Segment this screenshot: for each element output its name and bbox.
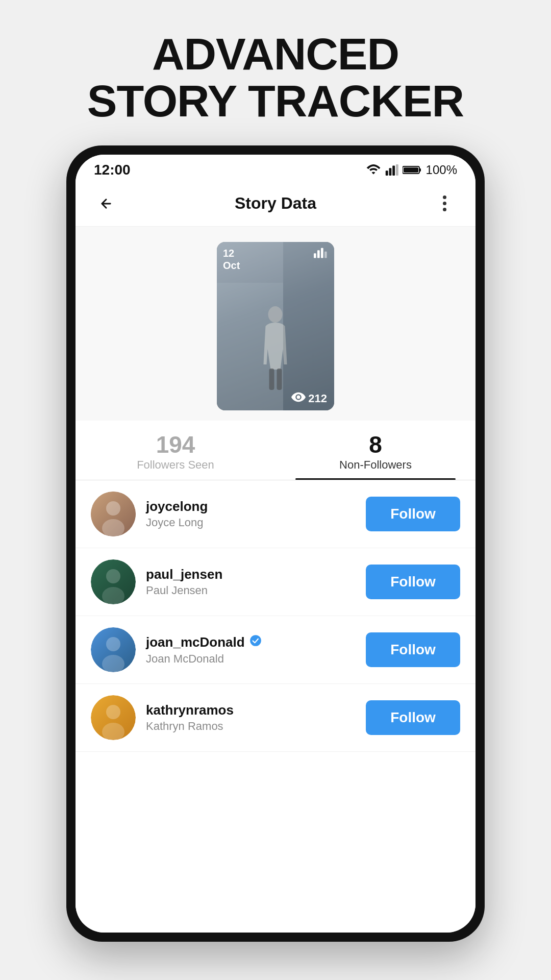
more-button[interactable] [430,188,460,219]
tab-non-followers[interactable]: 8 Non-Followers [276,421,475,480]
story-card[interactable]: 12 Oct [217,242,334,410]
svg-rect-11 [283,242,334,410]
wifi-icon [366,164,381,176]
eye-icon [291,392,306,405]
user-info: joan_mcDonald Joan McDonald [146,634,356,666]
username-row: kathrynramos [146,702,356,718]
avatar [91,627,136,672]
svg-rect-12 [217,283,283,410]
app-bar-title: Story Data [235,194,316,213]
svg-point-18 [106,501,120,516]
app-title: ADVANCED STORY TRACKER [87,31,464,125]
follow-button[interactable]: Follow [366,700,460,735]
app-bar: Story Data [76,183,475,227]
back-button[interactable] [91,188,121,219]
svg-point-26 [250,635,261,646]
username-row: paul_jensen [146,567,356,582]
svg-rect-0 [385,170,388,176]
svg-point-24 [106,637,120,651]
tab-active-indicator [295,478,456,480]
follow-button[interactable]: Follow [366,632,460,667]
svg-rect-5 [419,168,421,172]
list-item: kathrynramos Kathryn Ramos Follow [76,684,475,752]
story-views: 212 [291,392,327,405]
svg-point-21 [106,569,120,583]
username-row: joycelong [146,499,356,514]
avatar [91,492,136,536]
svg-rect-14 [317,250,320,258]
svg-rect-16 [324,251,327,258]
user-info: kathrynramos Kathryn Ramos [146,702,356,733]
battery-text: 100% [426,163,457,177]
page-title-area: ADVANCED STORY TRACKER [67,0,484,145]
tabs-row: 194 Followers Seen 8 Non-Followers [76,421,475,480]
story-stats-icon [314,247,328,261]
svg-rect-2 [392,165,395,176]
status-bar: 12:00 100% [76,155,475,183]
signal-icon [385,164,398,176]
svg-rect-13 [314,253,316,258]
phone-inner: 12:00 100% [76,155,475,933]
svg-rect-1 [389,168,391,176]
svg-rect-3 [396,164,398,176]
verified-badge [249,634,262,651]
story-area: 12 Oct [76,227,475,421]
user-info: paul_jensen Paul Jensen [146,567,356,597]
tabs-section: 194 Followers Seen 8 Non-Followers [76,421,475,480]
avatar [91,695,136,740]
battery-icon [403,164,422,176]
list-item: joan_mcDonald Joan McDonald Follow [76,616,475,684]
follow-button[interactable]: Follow [366,565,460,599]
username-row: joan_mcDonald [146,634,356,651]
status-time: 12:00 [94,162,131,178]
story-date: 12 Oct [223,247,240,272]
svg-rect-15 [321,248,323,258]
avatar [91,559,136,604]
svg-point-28 [106,705,120,719]
list-item: joycelong Joyce Long Follow [76,480,475,548]
more-dots-icon [443,195,446,211]
user-info: joycelong Joyce Long [146,499,356,529]
svg-rect-6 [404,167,418,173]
list-item: paul_jensen Paul Jensen Follow [76,548,475,616]
user-list: joycelong Joyce Long Follow [76,480,475,933]
tab-followers-seen[interactable]: 194 Followers Seen [76,421,276,480]
status-icons: 100% [366,163,457,177]
phone-frame: 12:00 100% [66,145,485,942]
follow-button[interactable]: Follow [366,497,460,531]
